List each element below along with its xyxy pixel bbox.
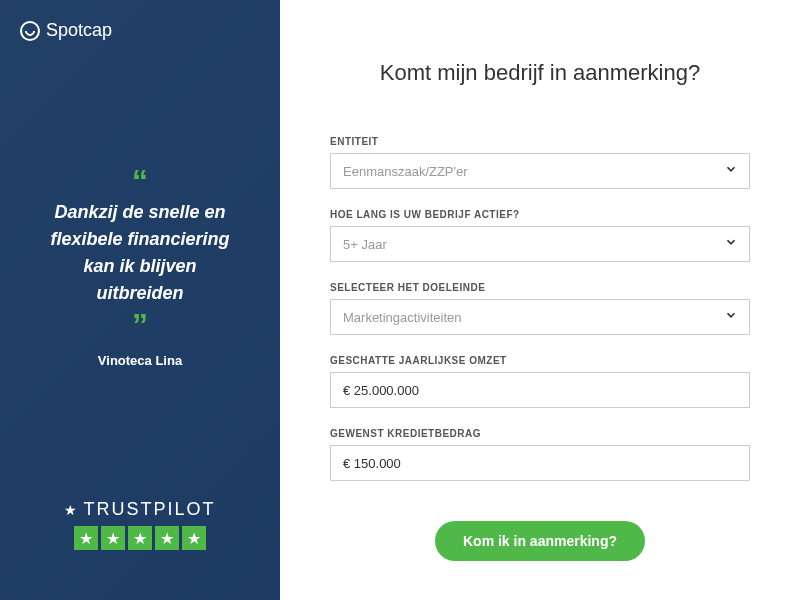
entity-select[interactable]: Eenmanszaak/ZZP'er: [330, 153, 750, 189]
entity-label: ENTITEIT: [330, 136, 750, 147]
star-icon: ★: [101, 526, 125, 550]
revenue-label: GESCHATTE JAARLIJKSE OMZET: [330, 355, 750, 366]
purpose-label: SELECTEER HET DOELEINDE: [330, 282, 750, 293]
amount-input[interactable]: [330, 445, 750, 481]
star-icon: ★: [182, 526, 206, 550]
trustpilot-label: TRUSTPILOT: [83, 499, 215, 520]
revenue-input[interactable]: [330, 372, 750, 408]
star-icon: ★: [155, 526, 179, 550]
trustpilot-logo: ★ TRUSTPILOT: [20, 499, 260, 520]
trustpilot-stars: ★ ★ ★ ★ ★: [20, 526, 260, 550]
brand-logo: Spotcap: [20, 20, 260, 41]
submit-button[interactable]: Kom ik in aanmerking?: [435, 521, 645, 561]
quote-close-icon: ”: [132, 317, 148, 333]
testimonial: “ Dankzij de snelle en flexibele financi…: [20, 41, 260, 499]
duration-select[interactable]: 5+ Jaar: [330, 226, 750, 262]
testimonial-quote: Dankzij de snelle en flexibele financier…: [40, 199, 240, 307]
spotcap-icon: [20, 21, 40, 41]
duration-label: HOE LANG IS UW BEDRIJF ACTIEF?: [330, 209, 750, 220]
amount-label: GEWENST KREDIETBEDRAG: [330, 428, 750, 439]
purpose-select[interactable]: Marketingactiviteiten: [330, 299, 750, 335]
trustpilot-star-icon: ★: [64, 502, 79, 518]
left-panel: Spotcap “ Dankzij de snelle en flexibele…: [0, 0, 280, 600]
form-panel: Komt mijn bedrijf in aanmerking? ENTITEI…: [280, 0, 800, 600]
quote-open-icon: “: [132, 173, 148, 189]
star-icon: ★: [74, 526, 98, 550]
brand-name: Spotcap: [46, 20, 112, 41]
star-icon: ★: [128, 526, 152, 550]
testimonial-attribution: Vinoteca Lina: [98, 353, 182, 368]
trustpilot-badge: ★ TRUSTPILOT ★ ★ ★ ★ ★: [20, 499, 260, 580]
form-title: Komt mijn bedrijf in aanmerking?: [330, 60, 750, 86]
